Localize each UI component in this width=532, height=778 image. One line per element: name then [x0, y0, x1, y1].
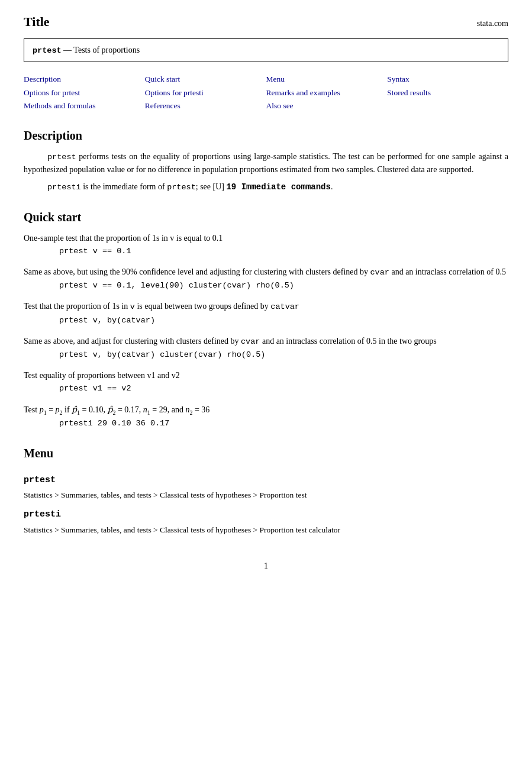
qs-desc-2: Same as above, but using the 90% confide…: [24, 266, 508, 279]
page-number: 1: [264, 561, 268, 570]
description-content: prtest performs tests on the equality of…: [24, 150, 508, 194]
nav-menu[interactable]: Menu: [266, 75, 285, 83]
description-text1: performs tests on the equality of propor…: [24, 152, 508, 174]
command-name: prtest: [33, 46, 62, 55]
qs-desc-5: Test equality of proportions between v1 …: [24, 369, 508, 382]
qs-item-1: One-sample test that the proportion of 1…: [24, 232, 508, 257]
description-para2: prtesti is the immediate form of prtest;…: [47, 180, 508, 193]
description-para1: prtest performs tests on the equality of…: [24, 150, 508, 176]
qs-desc-math: Test p1 = p2 if p̂1 = 0.10, p̂2 = 0.17, …: [24, 403, 508, 417]
title-description: Tests of proportions: [73, 46, 140, 54]
description-text2: is the immediate form of: [83, 182, 167, 191]
stata-brand: stata.com: [477, 17, 508, 30]
menu-prtesti-path-text: Statistics > Summaries, tables, and test…: [24, 525, 340, 534]
prtesti-inline: prtesti: [47, 183, 81, 192]
nav-quick-start[interactable]: Quick start: [145, 75, 180, 83]
qs-desc-3: Test that the proportion of 1s in v is e…: [24, 300, 508, 313]
qs-code-5: prtest v1 == v2: [59, 383, 508, 395]
nav-options-prtest[interactable]: Options for prtest: [24, 88, 80, 97]
nav-stored-results[interactable]: Stored results: [387, 88, 431, 97]
quickstart-heading: Quick start: [24, 208, 508, 226]
menu-heading: Menu: [24, 444, 508, 462]
qs-code-1: prtest v == 0.1: [59, 246, 508, 257]
qs-code-3: prtest v, by(catvar): [59, 315, 508, 327]
qs-item-5: Test equality of proportions between v1 …: [24, 369, 508, 395]
nav-description[interactable]: Description: [24, 75, 61, 83]
page-header: Title stata.com: [24, 12, 508, 31]
page-footer: 1: [24, 560, 508, 572]
prtest-inline: prtest: [47, 153, 76, 162]
nav-remarks[interactable]: Remarks and examples: [266, 88, 340, 97]
menu-prtest-path: Statistics > Summaries, tables, and test…: [24, 489, 508, 501]
nav-also-see[interactable]: Also see: [266, 101, 294, 110]
nav-options-prtesti[interactable]: Options for prtesti: [145, 88, 204, 97]
menu-content: prtest Statistics > Summaries, tables, a…: [24, 474, 508, 537]
qs-desc-4: Same as above, and adjust for clustering…: [24, 335, 508, 348]
description-text4: .: [331, 182, 333, 191]
qs-item-3: Test that the proportion of 1s in v is e…: [24, 300, 508, 327]
description-text3: ; see [U]: [196, 182, 227, 191]
menu-prtesti-path: Statistics > Summaries, tables, and test…: [24, 524, 508, 536]
qs-item-math: Test p1 = p2 if p̂1 = 0.10, p̂2 = 0.17, …: [24, 403, 508, 430]
menu-prtest-label: prtest: [24, 474, 508, 488]
immediate-ref: 19 Immediate commands: [226, 182, 330, 192]
nav-references[interactable]: References: [145, 101, 180, 110]
qs-item-2: Same as above, but using the 90% confide…: [24, 266, 508, 292]
nav-methods[interactable]: Methods and formulas: [24, 101, 95, 110]
prtest-ref: prtest: [167, 183, 196, 192]
page-title: Title: [24, 12, 50, 31]
qs-code-math: prtesti 29 0.10 36 0.17: [59, 418, 508, 430]
navigation-table: Description Quick start Menu Syntax Opti…: [24, 73, 508, 112]
title-box: prtest — Tests of proportions: [24, 38, 508, 62]
title-separator: —: [62, 46, 74, 54]
nav-syntax[interactable]: Syntax: [387, 75, 410, 83]
menu-prtesti-label: prtesti: [24, 508, 508, 522]
qs-desc-1: One-sample test that the proportion of 1…: [24, 232, 508, 244]
description-heading: Description: [24, 127, 508, 144]
menu-prtest-path-text: Statistics > Summaries, tables, and test…: [24, 490, 307, 499]
qs-code-2: prtest v == 0.1, level(90) cluster(cvar)…: [59, 280, 508, 292]
qs-code-4: prtest v, by(catvar) cluster(cvar) rho(0…: [59, 349, 508, 361]
quickstart-content: One-sample test that the proportion of 1…: [24, 232, 508, 430]
qs-item-4: Same as above, and adjust for clustering…: [24, 335, 508, 361]
